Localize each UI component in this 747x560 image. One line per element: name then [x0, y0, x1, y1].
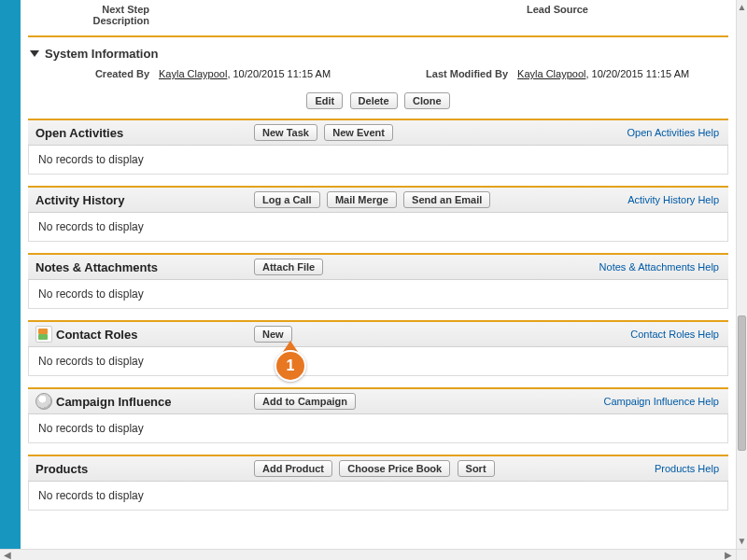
- system-info-row: Created By Kayla Claypool, 10/20/2015 11…: [28, 66, 728, 89]
- send-an-email-button[interactable]: Send an Email: [403, 191, 490, 208]
- system-information-header[interactable]: System Information: [28, 45, 728, 66]
- new-contact-role-button[interactable]: New: [254, 326, 292, 343]
- field-label-description: Description: [28, 15, 159, 26]
- scrollbar-corner: [736, 549, 747, 560]
- campaign-icon: [35, 393, 52, 410]
- sort-button[interactable]: Sort: [458, 460, 495, 477]
- section-title: Campaign Influence: [56, 395, 252, 409]
- activity-history-help-link[interactable]: Activity History Help: [627, 194, 721, 205]
- vertical-scrollbar[interactable]: ▲ ▼: [736, 0, 747, 549]
- collapse-icon: [30, 50, 39, 57]
- modified-by-timestamp: , 10/20/2015 11:15 AM: [585, 68, 689, 79]
- created-by-value: Kayla Claypool, 10/20/2015 11:15 AM: [159, 68, 331, 79]
- notes-attachments-help-link[interactable]: Notes & Attachments Help: [599, 261, 721, 273]
- section-body: No records to display: [28, 280, 728, 309]
- mail-merge-button[interactable]: Mail Merge: [327, 191, 397, 208]
- section-title: Activity History: [35, 193, 252, 207]
- contact-roles-help-link[interactable]: Contact Roles Help: [630, 329, 721, 340]
- new-task-button[interactable]: New Task: [254, 124, 317, 141]
- system-information-title: System Information: [45, 47, 158, 61]
- scroll-up-arrow-icon[interactable]: ▲: [737, 0, 747, 15]
- modified-by-label: Last Modified By: [415, 68, 517, 79]
- section-title: Notes & Attachments: [35, 260, 252, 274]
- scroll-left-arrow-icon[interactable]: ◀: [0, 550, 15, 560]
- modified-by-user-link[interactable]: Kayla Claypool: [517, 68, 585, 79]
- left-sidebar-strip: [0, 0, 21, 549]
- section-body: No records to display: [28, 213, 728, 242]
- section-body: No records to display: [28, 482, 728, 511]
- products-help-link[interactable]: Products Help: [655, 463, 721, 474]
- divider: [28, 35, 728, 37]
- section-title: Products: [35, 462, 252, 476]
- field-label-lead-source: Lead Source: [486, 4, 598, 15]
- record-action-bar: Edit Delete Clone: [28, 89, 728, 119]
- campaign-influence-help-link[interactable]: Campaign Influence Help: [603, 396, 721, 407]
- add-to-campaign-button[interactable]: Add to Campaign: [254, 393, 356, 410]
- choose-price-book-button[interactable]: Choose Price Book: [339, 460, 450, 477]
- new-event-button[interactable]: New Event: [324, 124, 393, 141]
- record-detail-panel: Next Step Lead Source Description System…: [21, 0, 736, 549]
- add-product-button[interactable]: Add Product: [254, 460, 332, 477]
- log-a-call-button[interactable]: Log a Call: [254, 191, 320, 208]
- section-products: Products Add Product Choose Price Book S…: [28, 455, 728, 511]
- section-body: No records to display: [28, 414, 728, 443]
- scroll-right-arrow-icon[interactable]: ▶: [721, 550, 736, 560]
- section-open-activities: Open Activities New Task New Event Open …: [28, 119, 728, 175]
- scroll-track[interactable]: [737, 15, 747, 534]
- created-by-timestamp: , 10/20/2015 11:15 AM: [227, 68, 331, 79]
- field-label-next-step: Next Step: [28, 4, 159, 15]
- horizontal-scrollbar[interactable]: ◀ ▶: [0, 549, 736, 560]
- section-campaign-influence: Campaign Influence Add to Campaign Campa…: [28, 387, 728, 443]
- scroll-down-arrow-icon[interactable]: ▼: [737, 534, 747, 549]
- section-title: Contact Roles: [56, 328, 252, 342]
- modified-by-value: Kayla Claypool, 10/20/2015 11:15 AM: [517, 68, 689, 79]
- delete-button[interactable]: Delete: [350, 92, 398, 109]
- section-activity-history: Activity History Log a Call Mail Merge S…: [28, 186, 728, 242]
- edit-button[interactable]: Edit: [306, 92, 343, 109]
- section-contact-roles: Contact Roles New Contact Roles Help No …: [28, 320, 728, 376]
- section-body: No records to display: [28, 347, 728, 376]
- created-by-user-link[interactable]: Kayla Claypool: [159, 68, 227, 79]
- scroll-thumb[interactable]: [738, 315, 746, 451]
- created-by-label: Created By: [28, 68, 159, 79]
- section-body: No records to display: [28, 146, 728, 175]
- top-detail-fields: Next Step Lead Source Description: [28, 0, 728, 30]
- app-viewport: Next Step Lead Source Description System…: [0, 0, 736, 549]
- contact-roles-icon: [35, 326, 52, 343]
- clone-button[interactable]: Clone: [404, 92, 450, 109]
- section-notes-attachments: Notes & Attachments Attach File Notes & …: [28, 253, 728, 309]
- section-title: Open Activities: [35, 126, 252, 140]
- open-activities-help-link[interactable]: Open Activities Help: [627, 127, 721, 138]
- attach-file-button[interactable]: Attach File: [254, 259, 323, 275]
